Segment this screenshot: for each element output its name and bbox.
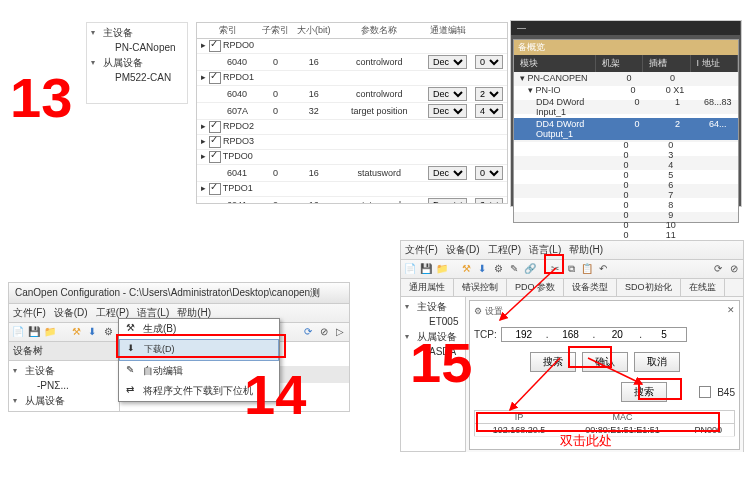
undo-icon[interactable]: ↶ xyxy=(596,262,610,276)
pdo-row[interactable]: 607A032target positionDec4Byte xyxy=(197,103,508,120)
menu-item[interactable]: 帮助(H) xyxy=(177,307,211,318)
pdo-row[interactable]: ▸ RPDO2 xyxy=(197,120,508,135)
menu-download[interactable]: ⬇下载(D) xyxy=(119,339,279,361)
tab[interactable]: PDO 参数 xyxy=(507,279,564,296)
connect-icon[interactable]: 🔗 xyxy=(523,262,537,276)
pdo-row[interactable]: 6041016statuswordDec0Byte xyxy=(197,165,508,182)
menu-item[interactable]: 文件(F) xyxy=(405,244,438,255)
menu-item[interactable]: 语言(L) xyxy=(529,244,561,255)
tab[interactable]: 在线监 xyxy=(681,279,725,296)
menu-item[interactable]: 帮助(H) xyxy=(569,244,603,255)
copy-icon[interactable]: ⧉ xyxy=(564,262,578,276)
tree-main[interactable]: 主设备 xyxy=(89,25,185,41)
menu-item[interactable]: 工程(P) xyxy=(488,244,521,255)
tab-overview[interactable]: 备概览 xyxy=(514,40,738,55)
menu-item[interactable]: 文件(F) xyxy=(13,307,46,318)
ip-label: TCP: xyxy=(474,329,497,340)
badge-14: 14 xyxy=(244,362,306,427)
new-icon-15[interactable]: 📄 xyxy=(403,262,417,276)
stop-icon-15[interactable]: ⊘ xyxy=(727,262,741,276)
refresh-icon[interactable]: ⟳ xyxy=(301,325,315,339)
new-icon[interactable]: 📄 xyxy=(11,325,25,339)
folder-icon[interactable]: 📁 xyxy=(43,325,57,339)
ok-button[interactable]: 确认 xyxy=(582,352,628,372)
window-title: CanOpen Configuration - C:\Users\Adminis… xyxy=(9,283,349,304)
chk-b45-label: B45 xyxy=(717,387,735,398)
play-icon[interactable]: ▷ xyxy=(333,325,347,339)
tab[interactable]: 设备类型 xyxy=(564,279,617,296)
search-button-2[interactable]: 搜索 xyxy=(621,382,667,402)
menu-build[interactable]: ⚒生成(B) xyxy=(119,319,279,339)
cancel-button[interactable]: 取消 xyxy=(634,352,680,372)
badge-15: 15 xyxy=(410,330,472,395)
dialog-title: 设置 xyxy=(485,306,503,316)
pdo-row[interactable]: 6040016controlwordDec0Byte xyxy=(197,54,508,71)
pdo-row[interactable]: ▸ RPDO3 xyxy=(197,135,508,150)
tree-main-14[interactable]: 主设备 xyxy=(11,363,117,379)
search-button[interactable]: 搜索 xyxy=(530,352,576,372)
gear-icon[interactable]: ⚙ xyxy=(101,325,115,339)
tree-main-child[interactable]: PN-CANopen xyxy=(89,41,185,55)
menu-item[interactable]: 设备(D) xyxy=(54,307,88,318)
folder-icon-15[interactable]: 📁 xyxy=(435,262,449,276)
hint-text: 双击此处 xyxy=(560,432,612,450)
download-icon[interactable]: ⬇ xyxy=(85,325,99,339)
download-icon-15[interactable]: ⬇ xyxy=(475,262,489,276)
paste-icon[interactable]: 📋 xyxy=(580,262,594,276)
tree-slave-14[interactable]: 从属设备 xyxy=(11,393,117,409)
tree-main-15[interactable]: 主设备 xyxy=(403,299,463,315)
gear-icon-15[interactable]: ⚙ xyxy=(491,262,505,276)
pdo-row[interactable]: 6041016statuswordDec2Byte xyxy=(197,197,508,205)
menu-item[interactable]: 设备(D) xyxy=(446,244,480,255)
refresh-icon-15[interactable]: ⟳ xyxy=(711,262,725,276)
stop-icon[interactable]: ⊘ xyxy=(317,325,331,339)
save-icon[interactable]: 💾 xyxy=(27,325,41,339)
pencil-icon-15[interactable]: ✎ xyxy=(507,262,521,276)
pdo-row[interactable]: ▸ RPDO0 xyxy=(197,39,508,54)
save-icon-15[interactable]: 💾 xyxy=(419,262,433,276)
badge-13: 13 xyxy=(10,65,72,130)
tree-main-child-14[interactable]: -PNΣ... xyxy=(11,379,117,393)
pdo-row[interactable]: 6040016controlwordDec2Byte xyxy=(197,86,508,103)
tab[interactable]: 通用属性 xyxy=(401,279,454,296)
tab[interactable]: SDO初始化 xyxy=(617,279,681,296)
pdo-row[interactable]: ▸ TPDO0 xyxy=(197,150,508,165)
build-icon-15[interactable]: ⚒ xyxy=(459,262,473,276)
pdo-row[interactable]: ▸ TPDO1 xyxy=(197,182,508,197)
tree-main-child-15[interactable]: ET005 xyxy=(403,315,463,329)
pdo-table: 索引子索引大小(bit)参数名称通道编辑 ▸ RPDO06040016contr… xyxy=(197,23,508,204)
pdo-row[interactable]: ▸ RPDO1 xyxy=(197,71,508,86)
menu-item[interactable]: 语言(L) xyxy=(137,307,169,318)
cut-icon[interactable]: ✂ xyxy=(548,262,562,276)
tree-slave[interactable]: 从属设备 xyxy=(89,55,185,71)
build-icon[interactable]: ⚒ xyxy=(69,325,83,339)
sidebar-label: 设备树 xyxy=(9,342,119,361)
tree-slave-child[interactable]: PM522-CAN xyxy=(89,71,185,85)
tab[interactable]: 错误控制 xyxy=(454,279,507,296)
menu-item[interactable]: 工程(P) xyxy=(96,307,129,318)
chk-b45[interactable] xyxy=(699,386,711,398)
ip-input[interactable]: ... xyxy=(501,327,687,342)
